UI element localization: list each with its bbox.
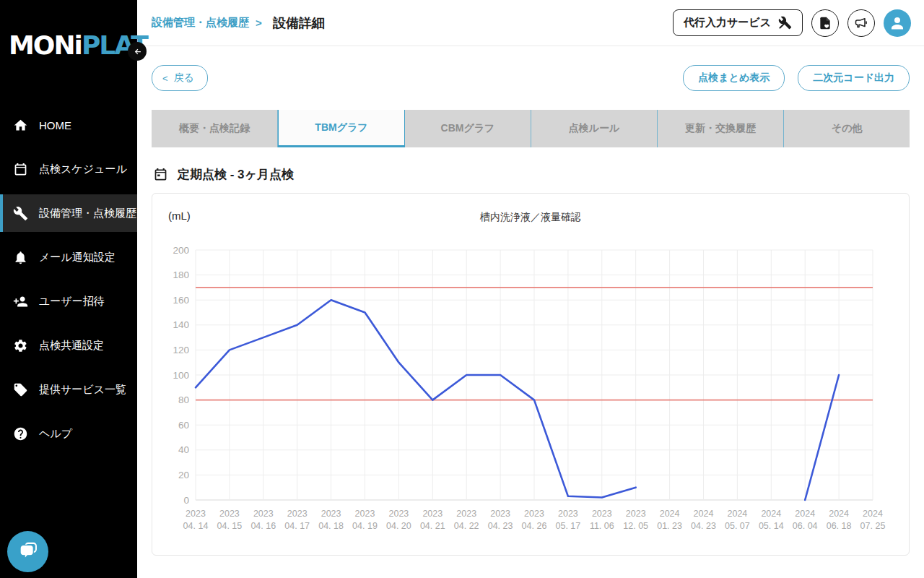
svg-text:160: 160 <box>173 295 189 306</box>
tab-tbm-graph[interactable]: TBMグラフ <box>278 110 405 147</box>
toolbar-right: 点検まとめ表示 二次元コード出力 <box>683 65 910 91</box>
svg-text:2023: 2023 <box>422 509 443 519</box>
svg-text:04. 26: 04. 26 <box>522 521 547 531</box>
person-add-icon <box>13 294 28 309</box>
sidebar-item-equipment-management[interactable]: 設備管理・点検履歴 <box>0 194 137 232</box>
announcements-button[interactable] <box>847 9 875 37</box>
chat-bubble-icon <box>16 540 40 564</box>
calendar-icon <box>13 162 28 177</box>
inspection-report-button[interactable] <box>811 9 839 37</box>
svg-text:04. 20: 04. 20 <box>386 521 411 531</box>
person-icon <box>889 14 906 32</box>
svg-text:200: 200 <box>173 245 189 256</box>
breadcrumb-link-equipment-management[interactable]: 設備管理・点検履歴 <box>152 16 249 30</box>
sidebar-collapse-button[interactable] <box>128 42 147 61</box>
svg-text:04. 23: 04. 23 <box>488 521 513 531</box>
topbar: 設備管理・点検履歴 > 設備詳細 代行入力サービス <box>137 0 924 46</box>
svg-text:2024: 2024 <box>660 509 680 519</box>
svg-text:2023: 2023 <box>524 509 544 519</box>
topbar-actions: 代行入力サービス <box>673 9 911 37</box>
chart-card: (mL) 槽内洗浄液／液量確認 020406080100120140160180… <box>152 193 910 556</box>
svg-text:05. 17: 05. 17 <box>556 521 581 531</box>
app-root: MONiPLAT HOME点検スケジュール設備管理・点検履歴メール通知設定ユーザ… <box>0 0 924 578</box>
svg-text:2023: 2023 <box>626 509 646 519</box>
svg-text:2023: 2023 <box>558 509 578 519</box>
tab-other[interactable]: その他 <box>784 110 910 147</box>
section-title: 定期点検 - 3ヶ月点検 <box>178 166 294 183</box>
sidebar: MONiPLAT HOME点検スケジュール設備管理・点検履歴メール通知設定ユーザ… <box>0 0 137 578</box>
tab-bar: 概要・点検記録TBMグラフCBMグラフ点検ルール更新・交換履歴その他 <box>152 110 910 147</box>
content-area: < 戻る 点検まとめ表示 二次元コード出力 概要・点検記録TBMグラフCBMグラ… <box>137 46 924 556</box>
svg-text:01. 23: 01. 23 <box>657 521 682 531</box>
chart-header: (mL) 槽内洗浄液／液量確認 <box>165 210 896 230</box>
proxy-input-service-label: 代行入力サービス <box>684 16 771 30</box>
tab-update-history[interactable]: 更新・交換履歴 <box>658 110 784 147</box>
main-area: 設備管理・点検履歴 > 設備詳細 代行入力サービス <box>137 0 924 578</box>
sidebar-item-user-invite[interactable]: ユーザー招待 <box>0 282 137 320</box>
svg-text:04. 21: 04. 21 <box>420 521 445 531</box>
sidebar-item-label: ユーザー招待 <box>39 295 105 309</box>
svg-text:06. 04: 06. 04 <box>793 521 818 531</box>
svg-text:05. 07: 05. 07 <box>725 521 750 531</box>
sidebar-item-inspection-settings[interactable]: 点検共通設定 <box>0 327 137 364</box>
brand-logo[interactable]: MONiPLAT <box>0 0 137 60</box>
tab-overview[interactable]: 概要・点検記録 <box>152 110 278 147</box>
svg-text:04. 23: 04. 23 <box>691 521 716 531</box>
svg-text:2023: 2023 <box>219 509 240 519</box>
svg-text:04. 19: 04. 19 <box>352 521 378 531</box>
qr-code-export-button[interactable]: 二次元コード出力 <box>798 65 910 91</box>
svg-text:180: 180 <box>173 269 189 280</box>
sidebar-item-label: 設備管理・点検履歴 <box>39 207 136 220</box>
sidebar-item-help[interactable]: ヘルプ <box>0 415 137 452</box>
chat-button[interactable] <box>7 531 48 572</box>
svg-text:80: 80 <box>178 394 189 405</box>
svg-text:05. 14: 05. 14 <box>759 521 784 531</box>
megaphone-icon <box>854 16 868 30</box>
svg-text:04. 14: 04. 14 <box>183 521 209 531</box>
back-button[interactable]: < 戻る <box>152 65 208 91</box>
svg-text:07. 25: 07. 25 <box>860 521 886 531</box>
brand-logo-moni: MONi <box>9 30 82 60</box>
svg-text:2024: 2024 <box>795 509 815 519</box>
svg-text:60: 60 <box>178 420 189 431</box>
document-heart-icon <box>818 16 832 30</box>
svg-text:2024: 2024 <box>863 509 883 519</box>
svg-text:0: 0 <box>183 495 189 506</box>
tbm-line-chart: 020406080100120140160180200202304. 14202… <box>165 236 890 533</box>
svg-text:140: 140 <box>173 319 189 330</box>
proxy-input-service-button[interactable]: 代行入力サービス <box>673 9 803 36</box>
section-header: 定期点検 - 3ヶ月点検 <box>153 166 910 183</box>
sidebar-item-label: HOME <box>39 119 71 131</box>
svg-text:2023: 2023 <box>321 509 341 519</box>
svg-text:12. 05: 12. 05 <box>623 521 648 531</box>
sidebar-item-mail-notification[interactable]: メール通知設定 <box>0 238 137 276</box>
inspection-summary-button[interactable]: 点検まとめ表示 <box>683 65 785 91</box>
sidebar-item-label: メール通知設定 <box>39 251 116 264</box>
tab-inspection-rules[interactable]: 点検ルール <box>531 110 658 147</box>
svg-text:2023: 2023 <box>186 509 206 519</box>
sidebar-item-label: 提供サービス一覧 <box>39 383 126 397</box>
svg-text:2024: 2024 <box>727 509 747 519</box>
breadcrumb-separator: > <box>256 17 262 29</box>
page-title: 設備詳細 <box>273 14 325 32</box>
wrench-icon <box>13 206 28 221</box>
svg-text:2023: 2023 <box>490 509 510 519</box>
breadcrumb: 設備管理・点検履歴 > 設備詳細 <box>152 14 325 32</box>
svg-text:04. 15: 04. 15 <box>217 521 243 531</box>
svg-text:11. 06: 11. 06 <box>590 521 614 531</box>
chevron-left-icon: < <box>162 73 168 84</box>
sidebar-item-home[interactable]: HOME <box>0 106 137 144</box>
svg-text:06. 18: 06. 18 <box>827 521 852 531</box>
svg-text:2023: 2023 <box>388 509 409 519</box>
svg-text:100: 100 <box>173 370 189 381</box>
sidebar-item-inspection-schedule[interactable]: 点検スケジュール <box>0 150 137 188</box>
sidebar-item-service-list[interactable]: 提供サービス一覧 <box>0 371 137 408</box>
tab-cbm-graph[interactable]: CBMグラフ <box>405 110 531 147</box>
svg-text:2023: 2023 <box>355 509 375 519</box>
user-avatar[interactable] <box>884 9 911 37</box>
svg-text:04. 22: 04. 22 <box>454 521 479 531</box>
sidebar-item-label: 点検共通設定 <box>39 339 104 353</box>
back-button-label: 戻る <box>174 72 194 85</box>
svg-text:2024: 2024 <box>829 509 849 519</box>
help-icon <box>13 426 28 441</box>
